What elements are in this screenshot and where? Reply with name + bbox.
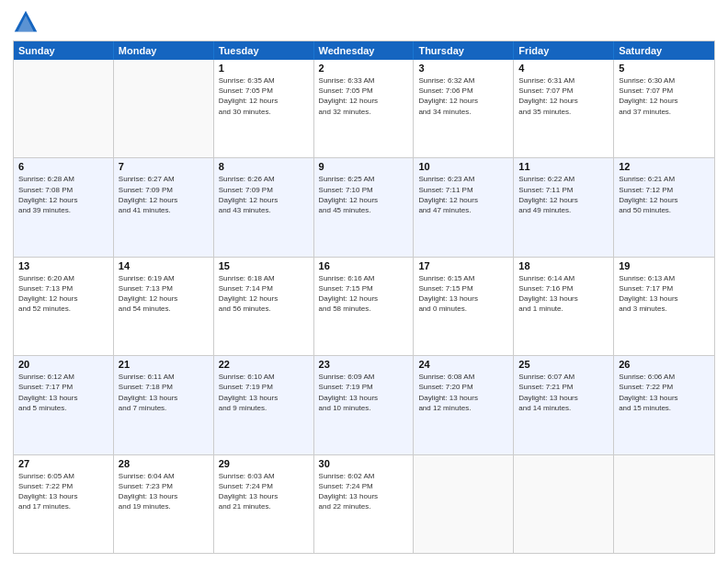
day-info: Sunrise: 6:12 AM Sunset: 7:17 PM Dayligh… xyxy=(18,372,108,413)
day-number: 15 xyxy=(219,260,309,271)
logo-icon xyxy=(13,9,39,35)
day-number: 17 xyxy=(418,260,508,271)
calendar-cell-4-3: 30Sunrise: 6:02 AM Sunset: 7:24 PM Dayli… xyxy=(314,455,415,553)
day-info: Sunrise: 6:30 AM Sunset: 7:07 PM Dayligh… xyxy=(619,75,710,117)
day-info: Sunrise: 6:16 AM Sunset: 7:15 PM Dayligh… xyxy=(319,273,409,315)
calendar-cell-3-6: 26Sunrise: 6:06 AM Sunset: 7:22 PM Dayli… xyxy=(614,356,714,454)
day-info: Sunrise: 6:35 AM Sunset: 7:05 PM Dayligh… xyxy=(219,75,309,117)
header-day-monday: Monday xyxy=(114,41,214,60)
day-number: 18 xyxy=(518,260,609,271)
day-number: 23 xyxy=(319,359,409,370)
calendar-cell-1-3: 9Sunrise: 6:25 AM Sunset: 7:10 PM Daylig… xyxy=(314,158,415,256)
day-info: Sunrise: 6:04 AM Sunset: 7:23 PM Dayligh… xyxy=(119,471,209,512)
calendar-cell-4-4 xyxy=(414,455,514,553)
day-info: Sunrise: 6:02 AM Sunset: 7:24 PM Dayligh… xyxy=(319,471,409,512)
day-number: 7 xyxy=(119,161,209,172)
calendar-cell-1-2: 8Sunrise: 6:26 AM Sunset: 7:09 PM Daylig… xyxy=(214,158,314,256)
day-number: 29 xyxy=(219,458,309,469)
calendar-cell-2-5: 18Sunrise: 6:14 AM Sunset: 7:16 PM Dayli… xyxy=(514,258,614,355)
day-number: 10 xyxy=(418,161,508,172)
day-info: Sunrise: 6:03 AM Sunset: 7:24 PM Dayligh… xyxy=(219,471,309,512)
calendar-cell-1-5: 11Sunrise: 6:22 AM Sunset: 7:11 PM Dayli… xyxy=(514,158,614,256)
day-number: 19 xyxy=(619,260,710,271)
calendar-cell-0-2: 1Sunrise: 6:35 AM Sunset: 7:05 PM Daylig… xyxy=(214,60,314,157)
day-info: Sunrise: 6:14 AM Sunset: 7:16 PM Dayligh… xyxy=(518,273,609,315)
header xyxy=(13,9,715,35)
calendar-row-4: 27Sunrise: 6:05 AM Sunset: 7:22 PM Dayli… xyxy=(14,454,714,553)
calendar-cell-4-1: 28Sunrise: 6:04 AM Sunset: 7:23 PM Dayli… xyxy=(114,455,214,553)
day-info: Sunrise: 6:21 AM Sunset: 7:12 PM Dayligh… xyxy=(619,174,710,215)
header-day-sunday: Sunday xyxy=(14,41,114,60)
calendar-cell-3-2: 22Sunrise: 6:10 AM Sunset: 7:19 PM Dayli… xyxy=(214,356,314,454)
day-number: 22 xyxy=(219,359,309,370)
day-number: 25 xyxy=(518,359,609,370)
day-number: 30 xyxy=(319,458,409,469)
day-number: 27 xyxy=(18,458,108,469)
day-number: 28 xyxy=(119,458,209,469)
day-number: 9 xyxy=(319,161,409,172)
day-info: Sunrise: 6:10 AM Sunset: 7:19 PM Dayligh… xyxy=(219,372,309,413)
day-number: 3 xyxy=(418,63,508,74)
day-number: 12 xyxy=(619,161,710,172)
day-info: Sunrise: 6:23 AM Sunset: 7:11 PM Dayligh… xyxy=(418,174,508,215)
day-number: 4 xyxy=(518,63,609,74)
calendar-cell-4-0: 27Sunrise: 6:05 AM Sunset: 7:22 PM Dayli… xyxy=(14,455,114,553)
calendar-cell-4-2: 29Sunrise: 6:03 AM Sunset: 7:24 PM Dayli… xyxy=(214,455,314,553)
day-number: 21 xyxy=(119,359,209,370)
day-number: 14 xyxy=(119,260,209,271)
header-day-friday: Friday xyxy=(514,41,614,60)
calendar-cell-2-1: 14Sunrise: 6:19 AM Sunset: 7:13 PM Dayli… xyxy=(114,258,214,355)
day-number: 5 xyxy=(619,63,710,74)
day-info: Sunrise: 6:27 AM Sunset: 7:09 PM Dayligh… xyxy=(119,174,209,215)
calendar-cell-3-5: 25Sunrise: 6:07 AM Sunset: 7:21 PM Dayli… xyxy=(514,356,614,454)
calendar-cell-3-4: 24Sunrise: 6:08 AM Sunset: 7:20 PM Dayli… xyxy=(414,356,514,454)
day-info: Sunrise: 6:15 AM Sunset: 7:15 PM Dayligh… xyxy=(418,273,508,315)
day-info: Sunrise: 6:13 AM Sunset: 7:17 PM Dayligh… xyxy=(619,273,710,315)
calendar-cell-2-3: 16Sunrise: 6:16 AM Sunset: 7:15 PM Dayli… xyxy=(314,258,415,355)
calendar-header: SundayMondayTuesdayWednesdayThursdayFrid… xyxy=(14,41,714,60)
header-day-thursday: Thursday xyxy=(414,41,514,60)
header-day-wednesday: Wednesday xyxy=(314,41,415,60)
calendar-cell-2-4: 17Sunrise: 6:15 AM Sunset: 7:15 PM Dayli… xyxy=(414,258,514,355)
day-number: 1 xyxy=(219,63,309,74)
day-info: Sunrise: 6:22 AM Sunset: 7:11 PM Dayligh… xyxy=(518,174,609,215)
day-number: 26 xyxy=(619,359,710,370)
day-number: 20 xyxy=(18,359,108,370)
header-day-saturday: Saturday xyxy=(614,41,714,60)
calendar-cell-0-6: 5Sunrise: 6:30 AM Sunset: 7:07 PM Daylig… xyxy=(614,60,714,157)
calendar-row-2: 13Sunrise: 6:20 AM Sunset: 7:13 PM Dayli… xyxy=(14,257,714,355)
day-info: Sunrise: 6:28 AM Sunset: 7:08 PM Dayligh… xyxy=(18,174,108,215)
day-info: Sunrise: 6:33 AM Sunset: 7:05 PM Dayligh… xyxy=(319,75,409,117)
day-info: Sunrise: 6:31 AM Sunset: 7:07 PM Dayligh… xyxy=(518,75,609,117)
calendar-cell-0-3: 2Sunrise: 6:33 AM Sunset: 7:05 PM Daylig… xyxy=(314,60,415,157)
calendar-cell-1-6: 12Sunrise: 6:21 AM Sunset: 7:12 PM Dayli… xyxy=(614,158,714,256)
calendar-cell-0-1 xyxy=(114,60,214,157)
header-day-tuesday: Tuesday xyxy=(214,41,314,60)
day-number: 11 xyxy=(518,161,609,172)
calendar-cell-1-0: 6Sunrise: 6:28 AM Sunset: 7:08 PM Daylig… xyxy=(14,158,114,256)
day-info: Sunrise: 6:20 AM Sunset: 7:13 PM Dayligh… xyxy=(18,273,108,315)
calendar-cell-0-0 xyxy=(14,60,114,157)
day-number: 2 xyxy=(319,63,409,74)
day-info: Sunrise: 6:32 AM Sunset: 7:06 PM Dayligh… xyxy=(418,75,508,117)
calendar-cell-0-4: 3Sunrise: 6:32 AM Sunset: 7:06 PM Daylig… xyxy=(414,60,514,157)
calendar-body: 1Sunrise: 6:35 AM Sunset: 7:05 PM Daylig… xyxy=(14,60,714,553)
calendar-cell-2-6: 19Sunrise: 6:13 AM Sunset: 7:17 PM Dayli… xyxy=(614,258,714,355)
calendar-cell-0-5: 4Sunrise: 6:31 AM Sunset: 7:07 PM Daylig… xyxy=(514,60,614,157)
day-info: Sunrise: 6:07 AM Sunset: 7:21 PM Dayligh… xyxy=(518,372,609,413)
day-number: 24 xyxy=(418,359,508,370)
calendar-cell-1-4: 10Sunrise: 6:23 AM Sunset: 7:11 PM Dayli… xyxy=(414,158,514,256)
calendar-cell-3-3: 23Sunrise: 6:09 AM Sunset: 7:19 PM Dayli… xyxy=(314,356,415,454)
calendar-cell-1-1: 7Sunrise: 6:27 AM Sunset: 7:09 PM Daylig… xyxy=(114,158,214,256)
day-info: Sunrise: 6:08 AM Sunset: 7:20 PM Dayligh… xyxy=(418,372,508,413)
day-info: Sunrise: 6:05 AM Sunset: 7:22 PM Dayligh… xyxy=(18,471,108,512)
calendar-cell-4-6 xyxy=(614,455,714,553)
day-info: Sunrise: 6:26 AM Sunset: 7:09 PM Dayligh… xyxy=(219,174,309,215)
calendar-row-0: 1Sunrise: 6:35 AM Sunset: 7:05 PM Daylig… xyxy=(14,60,714,157)
calendar-cell-3-1: 21Sunrise: 6:11 AM Sunset: 7:18 PM Dayli… xyxy=(114,356,214,454)
day-number: 13 xyxy=(18,260,108,271)
calendar-cell-2-2: 15Sunrise: 6:18 AM Sunset: 7:14 PM Dayli… xyxy=(214,258,314,355)
day-info: Sunrise: 6:25 AM Sunset: 7:10 PM Dayligh… xyxy=(319,174,409,215)
day-info: Sunrise: 6:18 AM Sunset: 7:14 PM Dayligh… xyxy=(219,273,309,315)
calendar: SundayMondayTuesdayWednesdayThursdayFrid… xyxy=(13,40,715,554)
